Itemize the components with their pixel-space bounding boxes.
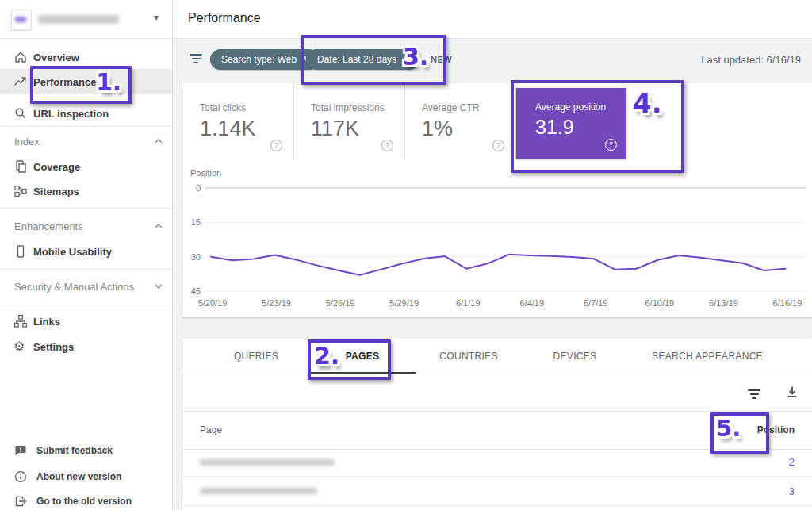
- annotation-number-1: 1.: [96, 68, 121, 96]
- links-nodes-icon: [13, 314, 28, 328]
- sidebar-item-about-new-version[interactable]: About new version: [0, 464, 172, 489]
- metric-tile-total-impressions[interactable]: Total impressions 117K ?: [293, 83, 405, 159]
- help-icon[interactable]: ?: [492, 140, 504, 151]
- download-icon[interactable]: [785, 385, 799, 399]
- tab-devices[interactable]: DEVICES: [522, 339, 628, 374]
- sidebar-item-label: About new version: [36, 471, 121, 482]
- svg-text:0: 0: [196, 183, 201, 193]
- divider: [0, 305, 172, 305]
- sitemap-tree-icon: [13, 184, 28, 198]
- sidebar-item-label: Go to the old version: [36, 496, 132, 507]
- feedback-bubble-icon: [13, 443, 28, 458]
- magnifier-icon: [13, 106, 28, 121]
- last-updated-text: Last updated: 6/16/19: [701, 54, 801, 66]
- annotation-number-3: 3.: [403, 43, 428, 71]
- property-selector[interactable]: ▾: [0, 0, 172, 39]
- svg-text:5/29/19: 5/29/19: [389, 298, 419, 308]
- home-icon: [13, 50, 28, 64]
- svg-text:6/7/19: 6/7/19: [584, 298, 608, 308]
- annotation-number-5: 5.: [716, 415, 741, 442]
- sidebar-item-label: Coverage: [33, 161, 80, 173]
- sidebar-section-security-manual-actions[interactable]: Security & Manual Actions: [0, 274, 172, 299]
- metric-tile-total-clicks[interactable]: Total clicks 1.14K ?: [182, 83, 294, 159]
- favicon-blurred: [15, 17, 26, 22]
- chevron-down-icon: [153, 281, 164, 292]
- svg-text:30: 30: [191, 252, 201, 262]
- metric-value: 1%: [422, 117, 453, 141]
- divider: [0, 208, 172, 209]
- metric-value: 1.14K: [200, 117, 256, 141]
- tab-search-appearance[interactable]: SEARCH APPEARANCE: [628, 339, 787, 374]
- table-row[interactable]: 3: [182, 476, 812, 506]
- metric-label: Total impressions: [311, 102, 385, 113]
- sidebar-section-index[interactable]: Index: [0, 128, 172, 154]
- annotation-number-2: 2.: [314, 342, 339, 370]
- metric-tile-average-ctr[interactable]: Average CTR 1% ?: [404, 83, 516, 159]
- top-app-bar: Performance: [173, 0, 812, 39]
- svg-text:6/10/19: 6/10/19: [645, 298, 674, 308]
- annotation-number-4: 4.: [633, 87, 662, 119]
- svg-text:15: 15: [191, 217, 201, 227]
- sidebar-item-settings[interactable]: ⚙ Settings: [0, 334, 172, 359]
- sidebar-item-label: Submit feedback: [36, 445, 113, 456]
- tab-queries[interactable]: QUERIES: [203, 339, 309, 374]
- section-label: Index: [14, 136, 40, 148]
- svg-text:6/16/19: 6/16/19: [773, 298, 802, 308]
- table-tools-row: [182, 374, 812, 411]
- sidebar-item-sitemaps[interactable]: Sitemaps: [0, 178, 172, 204]
- filters-toolbar: Search type: Web✎ Date: Last 28 days✎ NE…: [173, 38, 812, 82]
- svg-text:5/26/19: 5/26/19: [326, 298, 355, 308]
- caret-down-icon: ▾: [154, 12, 159, 23]
- exit-arrow-icon: [13, 494, 28, 508]
- gear-icon: ⚙: [13, 339, 28, 354]
- position-value[interactable]: 2: [789, 456, 795, 468]
- search-console-app: ▾ Overview Performance URL inspection In…: [0, 0, 812, 510]
- sidebar-item-links[interactable]: Links: [0, 309, 172, 334]
- chart-canvas: 01530455/20/195/23/195/26/195/29/196/1/1…: [182, 167, 812, 317]
- mobile-phone-icon: [13, 244, 28, 259]
- chip-label: Search type: Web: [221, 54, 297, 65]
- position-line-chart: Position 01530455/20/195/23/195/26/195/2…: [182, 167, 812, 317]
- page-title: Performance: [188, 11, 261, 25]
- svg-text:6/1/19: 6/1/19: [456, 298, 481, 308]
- column-header-page[interactable]: Page: [200, 424, 222, 435]
- sidebar-item-label: Links: [33, 316, 60, 328]
- svg-text:6/4/19: 6/4/19: [519, 298, 544, 308]
- sidebar-item-url-inspection[interactable]: URL inspection: [0, 101, 172, 126]
- svg-text:5/23/19: 5/23/19: [262, 298, 291, 308]
- sidebar-item-label: Mobile Usability: [33, 246, 112, 258]
- svg-text:6/13/19: 6/13/19: [709, 298, 738, 308]
- pages-copy-icon: [13, 159, 28, 174]
- trending-up-icon: [13, 75, 28, 89]
- tab-countries[interactable]: COUNTRIES: [416, 339, 522, 374]
- section-label: Security & Manual Actions: [14, 281, 134, 293]
- position-value[interactable]: 3: [789, 485, 795, 497]
- metric-label: Total clicks: [200, 102, 246, 113]
- performance-summary-card: Total clicks 1.14K ? Total impressions 1…: [182, 83, 812, 317]
- sidebar-item-submit-feedback[interactable]: Submit feedback: [0, 438, 172, 463]
- sidebar-section-enhancements[interactable]: Enhancements: [0, 213, 172, 239]
- sidebar-item-label: Settings: [33, 341, 74, 353]
- metric-label: Average CTR: [422, 102, 479, 113]
- metric-value: 117K: [311, 117, 359, 141]
- sidebar-item-label: URL inspection: [33, 108, 109, 120]
- svg-text:5/20/19: 5/20/19: [198, 298, 228, 308]
- divider: [0, 126, 172, 127]
- help-icon[interactable]: ?: [381, 140, 393, 151]
- chevron-up-icon: [153, 220, 164, 232]
- page-url-redacted: [200, 488, 317, 494]
- table-filter-icon[interactable]: [747, 387, 761, 399]
- sidebar-item-mobile-usability[interactable]: Mobile Usability: [0, 239, 172, 264]
- page-url-redacted: [200, 459, 335, 466]
- sidebar-item-coverage[interactable]: Coverage: [0, 154, 172, 179]
- filter-list-icon[interactable]: [189, 52, 203, 63]
- section-label: Enhancements: [14, 220, 83, 232]
- help-icon[interactable]: ?: [270, 140, 282, 151]
- property-favicon: [11, 10, 32, 30]
- sidebar-item-go-to-old-version[interactable]: Go to the old version: [0, 489, 172, 510]
- info-icon: [13, 470, 28, 484]
- sidebar-item-label: Sitemaps: [33, 186, 79, 197]
- property-name-redacted: [38, 15, 119, 24]
- divider: [0, 269, 172, 270]
- svg-text:45: 45: [191, 286, 201, 296]
